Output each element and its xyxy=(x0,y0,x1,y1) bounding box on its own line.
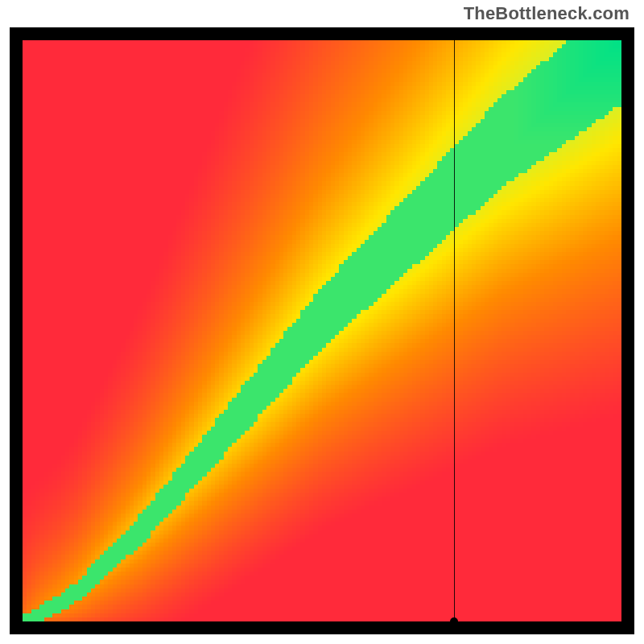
crosshair-horizontal xyxy=(23,621,621,622)
heatmap-plot xyxy=(23,40,621,621)
heatmap-canvas xyxy=(23,40,621,621)
crosshair-vertical xyxy=(454,40,455,621)
marker-point xyxy=(450,617,458,625)
attribution-text: TheBottleneck.com xyxy=(464,3,630,24)
chart-frame xyxy=(10,27,634,634)
chart-container: TheBottleneck.com xyxy=(0,0,644,644)
